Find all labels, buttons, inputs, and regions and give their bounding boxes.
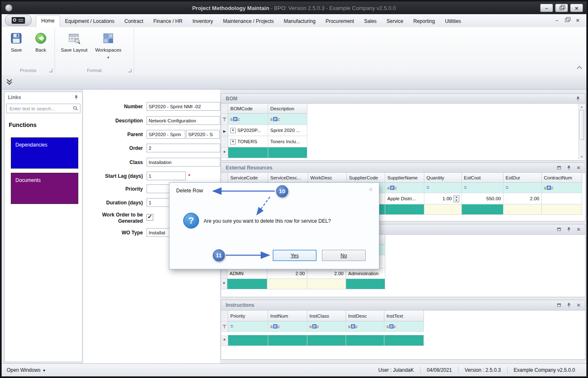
no-button[interactable]: No <box>322 250 366 261</box>
ext-column-header[interactable]: EstCost <box>462 173 503 183</box>
grid-cell[interactable]: 2.00 <box>307 269 346 279</box>
quantity-spinner[interactable] <box>453 195 459 202</box>
bom-filter-cell[interactable] <box>228 114 268 125</box>
ext-filter-cell[interactable] <box>503 183 542 193</box>
bom-new-row-cell[interactable] <box>268 147 307 158</box>
open-windows-button[interactable]: Open Windows <box>7 367 45 373</box>
ext-filter-cell[interactable] <box>542 183 582 193</box>
ext-quantity-cell[interactable]: 1.00 <box>424 193 462 204</box>
maximize-icon[interactable] <box>557 166 561 169</box>
ext-new-row-cell[interactable] <box>503 204 542 215</box>
spinner-down-icon[interactable] <box>454 199 459 202</box>
instructions-column-header[interactable]: InstClass <box>307 311 346 321</box>
instructions-filter-cell[interactable] <box>228 321 268 332</box>
application-button[interactable] <box>5 15 32 26</box>
ribbon-collapse-icon[interactable] <box>578 67 581 70</box>
tab-inventory[interactable]: Inventory <box>187 16 218 27</box>
instructions-column-header[interactable]: Priority <box>228 311 268 321</box>
tab-equipment-locations[interactable]: Equipment / Locations <box>60 16 120 27</box>
dependancies-button[interactable]: Dependancies <box>11 137 78 169</box>
grid-cell[interactable]: 2.00 <box>267 269 307 279</box>
bom-column-bomcode[interactable]: BOMCode <box>228 104 268 114</box>
workspaces-button[interactable]: Workspaces <box>92 30 124 66</box>
restore-button[interactable] <box>555 4 568 12</box>
instructions-filter-cell[interactable] <box>346 321 384 332</box>
search-input[interactable] <box>9 106 73 112</box>
search-icon[interactable] <box>73 105 78 112</box>
dialog-close-icon[interactable] <box>369 187 373 193</box>
tab-service[interactable]: Service <box>381 16 408 27</box>
bom-new-row-cell[interactable] <box>228 147 268 158</box>
close-icon[interactable] <box>577 226 581 232</box>
pin-icon[interactable] <box>566 227 571 232</box>
ext-contractnum-cell[interactable] <box>542 193 582 204</box>
start-lag-field[interactable] <box>147 172 186 180</box>
ext-column-header[interactable]: SupplierName <box>385 173 424 183</box>
tab-manufacturing[interactable]: Manufacturing <box>279 16 321 27</box>
ext-estcost-cell[interactable]: 550.00 <box>462 193 503 204</box>
ext-new-row-cell[interactable] <box>424 204 462 215</box>
ext-filter-cell[interactable] <box>462 183 503 193</box>
tab-reporting[interactable]: Reporting <box>408 16 440 27</box>
ext-column-header[interactable]: Quantity <box>424 173 462 183</box>
pin-icon[interactable] <box>576 96 581 101</box>
bom-cell[interactable]: SP2020P... <box>228 125 268 136</box>
pin-icon[interactable] <box>74 95 79 100</box>
ext-new-row-cell[interactable] <box>462 204 503 215</box>
instructions-filter-cell[interactable] <box>268 321 307 332</box>
instructions-new-row-cell[interactable] <box>307 335 346 346</box>
instructions-new-row-cell[interactable] <box>268 335 307 346</box>
scroll-down-icon[interactable] <box>579 154 585 159</box>
instructions-column-header[interactable]: InstNum <box>268 311 307 321</box>
ext-new-row-cell[interactable] <box>542 204 582 215</box>
close-icon[interactable] <box>577 302 581 308</box>
pin-icon[interactable] <box>566 165 571 170</box>
tab-finance-hr[interactable]: Finance / HR <box>148 16 187 27</box>
ext-new-row-cell[interactable] <box>385 204 424 215</box>
ext-estdur-cell[interactable]: 2.00 <box>503 193 542 204</box>
bom-cell[interactable]: Sprint 2020 ... <box>268 125 307 136</box>
tab-contract[interactable]: Contract <box>120 16 148 27</box>
ext-column-header[interactable]: EstDur <box>503 173 542 183</box>
ext-filter-cell[interactable] <box>424 183 462 193</box>
grid-new-row-cell[interactable] <box>267 279 307 289</box>
ext-column-header[interactable]: WorkDesc <box>308 173 347 183</box>
scroll-up-icon[interactable] <box>579 104 585 109</box>
bom-scrollbar[interactable] <box>578 104 585 159</box>
back-button[interactable]: Back <box>30 30 52 66</box>
save-layout-button[interactable]: Save Layout <box>59 30 89 66</box>
work-order-checkbox[interactable] <box>147 214 153 221</box>
ext-column-header[interactable]: SupplierCode <box>347 173 385 183</box>
ext-column-header[interactable]: ContractNum <box>542 173 582 183</box>
instructions-new-row-cell[interactable] <box>228 335 268 346</box>
grid-new-row-cell[interactable] <box>346 279 385 289</box>
instructions-filter-cell[interactable] <box>307 321 346 332</box>
instructions-new-row-cell[interactable] <box>346 335 384 346</box>
spinner-up-icon[interactable] <box>454 196 459 199</box>
close-icon[interactable] <box>577 165 581 171</box>
tab-procurement[interactable]: Procurement <box>321 16 359 27</box>
tab-utilities[interactable]: Utilities <box>440 16 466 27</box>
tab-sales[interactable]: Sales <box>359 16 381 27</box>
ext-supplier-name-cell[interactable]: Apple Distri... <box>385 193 424 204</box>
instructions-column-header[interactable]: InstDesc <box>346 311 384 321</box>
number-field[interactable] <box>147 102 220 111</box>
bom-column-description[interactable]: Description <box>268 104 307 114</box>
workspaces-dropdown-icon[interactable] <box>107 55 110 60</box>
instructions-filter-cell[interactable] <box>384 321 424 332</box>
grid-cell[interactable]: Administration <box>346 269 385 279</box>
instructions-new-row-cell[interactable] <box>384 335 424 346</box>
pin-icon[interactable] <box>566 303 571 308</box>
class-field[interactable] <box>147 158 220 167</box>
instructions-column-header[interactable]: InstText <box>384 311 424 321</box>
tab-maintenance-projects[interactable]: Maintenance / Projects <box>218 16 279 27</box>
bom-cell[interactable]: TONERS <box>228 136 268 147</box>
description-field[interactable] <box>147 116 220 125</box>
tab-home[interactable]: Home <box>36 15 60 27</box>
order-field[interactable] <box>147 144 220 152</box>
child-minimize-icon[interactable] <box>556 16 558 24</box>
ext-filter-cell[interactable] <box>385 183 424 193</box>
yes-button[interactable]: Yes <box>273 250 316 261</box>
grid-new-row-cell[interactable] <box>307 279 346 289</box>
expand-icon[interactable] <box>230 128 236 133</box>
